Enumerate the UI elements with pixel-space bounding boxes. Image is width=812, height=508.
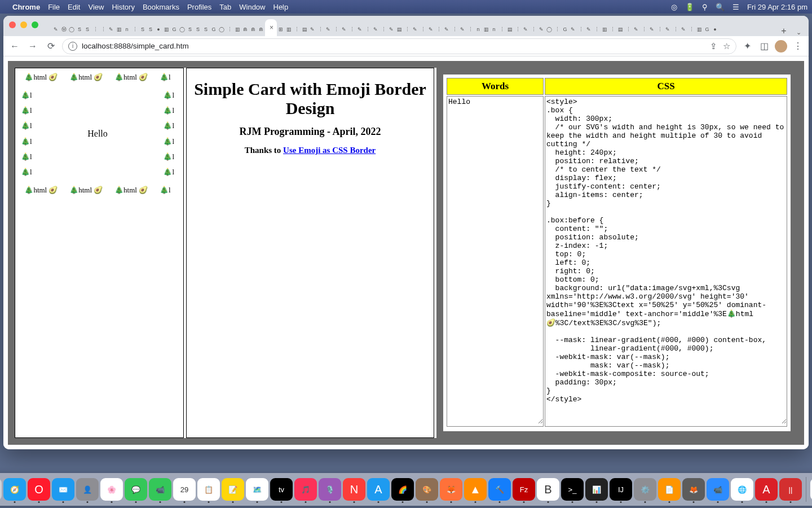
dock-news[interactable]: N <box>343 478 365 501</box>
spotlight-icon[interactable]: 🔍 <box>716 3 725 11</box>
background-tab[interactable]: ▥ <box>234 23 241 36</box>
background-tab[interactable]: ✎ <box>427 23 434 36</box>
background-tab[interactable]: ⋮ <box>226 23 233 36</box>
background-tab[interactable]: ⋮ <box>317 23 324 36</box>
background-tab[interactable]: ▥ <box>116 23 122 36</box>
menu-edit[interactable]: Edit <box>68 3 80 11</box>
background-tab[interactable]: S <box>195 23 201 36</box>
background-tab[interactable]: ✎ <box>633 23 639 36</box>
dock-opera[interactable]: O <box>28 478 50 501</box>
minimize-window-button[interactable] <box>20 21 27 28</box>
new-tab-button[interactable]: + <box>776 26 792 36</box>
background-tab[interactable]: ✎ <box>325 23 332 36</box>
back-button[interactable]: ← <box>8 41 21 51</box>
dock-music[interactable]: 🎵 <box>294 478 317 501</box>
background-tab[interactable]: ◯ <box>179 23 186 36</box>
background-tab[interactable]: S <box>187 23 193 36</box>
background-tab[interactable]: ✎ <box>412 23 418 36</box>
background-tab[interactable]: ⋮ <box>593 23 600 36</box>
background-tab[interactable]: ✎ <box>341 23 347 36</box>
dock-pages[interactable]: 📄 <box>658 478 681 501</box>
background-tab[interactable]: ▥ <box>163 23 170 36</box>
close-tab-icon[interactable]: × <box>270 24 273 32</box>
background-tab[interactable]: ⋮ <box>625 23 632 36</box>
background-tab[interactable]: ⋮ <box>404 23 411 36</box>
background-tab[interactable]: ⊞ <box>277 23 284 36</box>
css-textarea[interactable] <box>545 97 787 424</box>
background-tab[interactable]: ✎ <box>459 23 466 36</box>
dock-activity[interactable]: 📊 <box>585 478 608 501</box>
dock-podcasts[interactable]: 🎙️ <box>319 478 341 501</box>
close-window-button[interactable] <box>9 21 16 28</box>
background-tab[interactable]: ▤ <box>617 23 624 36</box>
menu-view[interactable]: View <box>88 3 104 11</box>
profile-avatar[interactable] <box>775 40 787 52</box>
background-tab[interactable]: ✎ <box>680 23 687 36</box>
app-menu[interactable]: Chrome <box>12 3 40 11</box>
control-center-icon[interactable]: ☰ <box>732 3 739 11</box>
background-tab[interactable]: ⋮ <box>514 23 521 36</box>
background-tab[interactable]: G <box>171 23 178 36</box>
background-tab[interactable]: ◯ <box>546 23 553 36</box>
forward-button[interactable]: → <box>26 41 39 51</box>
dock-calendar[interactable]: 29 <box>173 478 196 501</box>
site-info-icon[interactable]: i <box>68 42 77 51</box>
background-tab[interactable]: ⋮ <box>100 23 107 36</box>
background-tab[interactable]: ⋮ <box>530 23 537 36</box>
dock-intellij[interactable]: IJ <box>610 478 632 501</box>
dock-photos[interactable]: 🌸 <box>100 478 123 501</box>
background-tab[interactable]: ✎ <box>309 23 316 36</box>
words-textarea[interactable] <box>447 97 543 424</box>
background-tab[interactable]: ⋮ <box>435 23 442 36</box>
dock-parallels[interactable]: || <box>779 478 802 501</box>
dock-launchpad[interactable]: 🚀 <box>0 478 2 501</box>
dock-facetime[interactable]: 📹 <box>149 478 171 501</box>
background-tab[interactable]: S <box>202 23 209 36</box>
menu-bookmarks[interactable]: Bookmarks <box>143 3 179 11</box>
background-tab[interactable]: n <box>123 23 130 36</box>
background-tab[interactable]: ⋮ <box>609 23 616 36</box>
dock-vlc[interactable]: ▲ <box>464 478 487 501</box>
background-tab[interactable]: ⋒ <box>242 23 249 36</box>
background-tab[interactable]: ▥ <box>285 23 292 36</box>
background-tab[interactable]: ⋮ <box>364 23 371 36</box>
background-tab[interactable]: ⋮ <box>577 23 584 36</box>
battery-icon[interactable]: 🔋 <box>685 3 694 11</box>
background-tab[interactable]: ✎ <box>443 23 450 36</box>
background-tab[interactable]: ✎ <box>372 23 379 36</box>
background-tab[interactable]: ⋮ <box>498 23 505 36</box>
background-tab[interactable]: ⋮ <box>420 23 426 36</box>
background-tab[interactable]: ✎ <box>570 23 576 36</box>
thanks-link[interactable]: Use Emoji as CSS Border <box>283 146 376 155</box>
clock[interactable]: Fri 29 Apr 2:16 pm <box>747 3 807 11</box>
background-tab[interactable]: ⋮ <box>293 23 300 36</box>
chrome-menu-icon[interactable]: ⋮ <box>792 41 804 51</box>
background-tab[interactable]: ▤ <box>396 23 403 36</box>
menu-profiles[interactable]: Profiles <box>187 3 211 11</box>
dock-safari[interactable]: 🧭 <box>3 478 26 501</box>
background-tab[interactable]: ✎ <box>388 23 395 36</box>
dock-contacts[interactable]: 👤 <box>76 478 99 501</box>
active-tab[interactable]: × <box>265 19 277 36</box>
menu-history[interactable]: History <box>112 3 134 11</box>
background-tab[interactable]: n <box>475 23 482 36</box>
background-tab[interactable]: ⋮ <box>554 23 561 36</box>
dock-notes[interactable]: 📝 <box>222 478 244 501</box>
background-tab[interactable]: ⋮ <box>451 23 458 36</box>
reload-button[interactable]: ⟳ <box>44 41 58 51</box>
background-tab[interactable]: ▥ <box>696 23 703 36</box>
wifi-icon[interactable]: ⚲ <box>702 3 708 11</box>
background-tab[interactable]: G <box>704 23 710 36</box>
background-tab[interactable]: ▥ <box>483 23 489 36</box>
background-tab[interactable]: ⋮ <box>131 23 138 36</box>
background-tab[interactable]: Ⓜ <box>60 23 67 36</box>
dock-terminal[interactable]: >_ <box>561 478 584 501</box>
dock-gimp[interactable]: 🦊 <box>682 478 705 501</box>
background-tab[interactable]: ⋮ <box>467 23 474 36</box>
background-tab[interactable]: ⋮ <box>380 23 387 36</box>
background-tab[interactable]: S <box>147 23 154 36</box>
share-icon[interactable]: ⇪ <box>710 41 717 51</box>
dock-firefox[interactable]: 🦊 <box>440 478 462 501</box>
dock-reminders[interactable]: 📋 <box>197 478 220 501</box>
dock-palette[interactable]: 🎨 <box>416 478 438 501</box>
